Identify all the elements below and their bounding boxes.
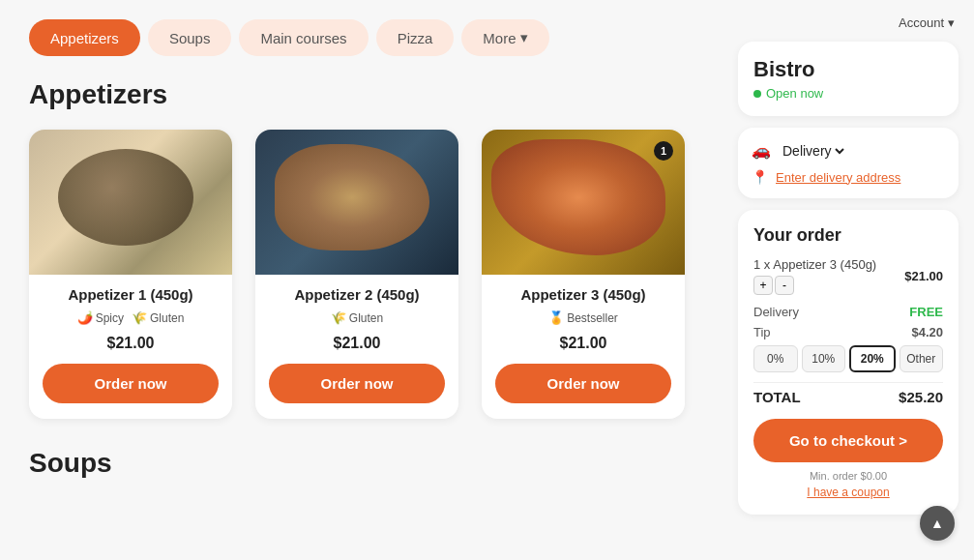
appetizer-3-price: $21.00 [495,335,671,352]
appetizer-3-title: Appetizer 3 (450g) [495,286,671,303]
order-appetizer-3-button[interactable]: Order now [495,364,671,403]
restaurant-name: Bistro [753,57,943,82]
delivery-line: Delivery FREE [753,305,943,319]
cart-badge: 1 [654,141,673,161]
min-order-text: Min. order $0.00 [753,470,943,482]
tag-bestseller: 🏅 Bestseller [548,310,618,325]
delivery-car-icon: 🚗 [752,141,771,160]
appetizer-2-price: $21.00 [269,335,445,352]
order-item-name: 1 x Appetizer 3 (450g) [753,257,876,272]
order-item-price: $21.00 [904,269,943,283]
tab-soups[interactable]: Soups [148,19,232,56]
appetizer-card-2: Appetizer 2 (450g) 🌾 Gluten $21.00 Order… [255,130,458,419]
appetizer-1-image [29,130,232,275]
open-indicator [753,90,761,98]
tab-appetizers[interactable]: Appetizers [29,19,140,56]
appetizer-3-tags: 🏅 Bestseller [495,310,671,325]
location-pin-icon: 📍 [752,169,768,185]
tag-spicy: 🌶️ Spicy [77,310,124,325]
appetizer-card-3: 1 Appetizer 3 (450g) 🏅 Bestseller $21.00… [482,130,685,419]
appetizer-card-1: Appetizer 1 (450g) 🌶️ Spicy 🌾 Gluten $21… [29,130,232,419]
delivery-type-select[interactable]: Delivery [779,142,847,160]
chevron-down-icon-account: ▾ [948,15,955,30]
order-panel: Your order 1 x Appetizer 3 (450g) + - $2… [738,210,959,515]
order-item-row: 1 x Appetizer 3 (450g) + - $21.00 [753,257,943,295]
quantity-increase-button[interactable]: + [753,276,773,295]
soups-section-title: Soups [29,448,694,479]
appetizer-1-price: $21.00 [43,335,219,352]
appetizer-2-title: Appetizer 2 (450g) [269,286,445,303]
appetizer-1-tags: 🌶️ Spicy 🌾 Gluten [43,310,219,325]
delivery-value: FREE [909,305,943,319]
tip-line: Tip $4.20 [753,325,943,339]
appetizers-section-title: Appetizers [29,79,694,110]
tip-options: 0% 10% 20% Other [753,345,943,372]
chevron-down-icon: ▾ [520,29,528,46]
bestseller-icon: 🏅 [548,310,564,325]
order-appetizer-2-button[interactable]: Order now [269,364,445,403]
appetizer-2-tags: 🌾 Gluten [269,310,445,325]
gluten-icon-2: 🌾 [331,310,346,325]
coupon-link[interactable]: I have a coupon [753,486,943,499]
total-row: TOTAL $25.20 [753,382,943,405]
tip-value: $4.20 [911,325,943,339]
quantity-decrease-button[interactable]: - [775,276,794,295]
main-content: Appetizers Soups Main courses Pizza More… [0,0,723,560]
category-nav: Appetizers Soups Main courses Pizza More… [29,19,694,56]
order-title: Your order [753,225,943,246]
delivery-address-link[interactable]: Enter delivery address [776,170,900,185]
arrow-up-icon: ▲ [930,516,944,531]
tag-gluten-1: 🌾 Gluten [132,310,184,325]
tag-gluten-2: 🌾 Gluten [331,310,383,325]
appetizer-2-image [255,130,458,275]
delivery-panel: 🚗 Delivery 📍 Enter delivery address [738,128,959,198]
appetizer-1-title: Appetizer 1 (450g) [43,286,219,303]
tab-main-courses[interactable]: Main courses [239,19,368,56]
tip-0-button[interactable]: 0% [753,345,798,372]
tip-20-button[interactable]: 20% [849,345,896,372]
order-appetizer-1-button[interactable]: Order now [43,364,219,403]
tab-more[interactable]: More ▾ [461,19,548,56]
open-status: Open now [753,86,943,101]
checkout-button[interactable]: Go to checkout > [753,419,943,462]
account-label: Account [899,15,944,30]
account-menu[interactable]: Account ▾ [738,15,959,30]
sidebar: Account ▾ Bistro Open now 🚗 Delivery 📍 E… [723,0,974,560]
total-value: $25.20 [899,389,943,405]
quantity-controls: + - [753,276,876,295]
spicy-icon: 🌶️ [77,310,93,325]
tab-pizza[interactable]: Pizza [376,19,455,56]
tip-other-button[interactable]: Other [900,345,944,372]
gluten-icon: 🌾 [132,310,147,325]
restaurant-info: Bistro Open now [738,42,959,116]
appetizers-grid: Appetizer 1 (450g) 🌶️ Spicy 🌾 Gluten $21… [29,130,694,419]
tip-10-button[interactable]: 10% [802,345,846,372]
scroll-to-top-button[interactable]: ▲ [920,506,955,541]
